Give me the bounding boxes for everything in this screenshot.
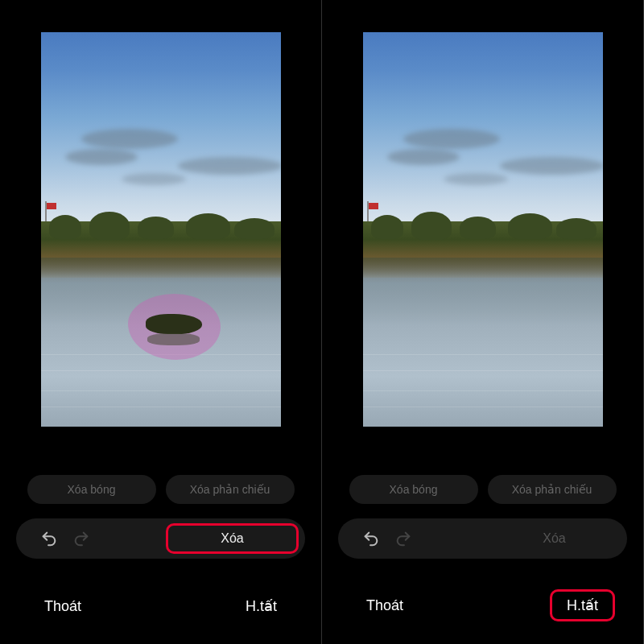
erase-shadow-button[interactable]: Xóa bóng <box>27 475 156 504</box>
erase-reflection-button[interactable]: Xóa phản chiếu <box>488 475 617 504</box>
controls-area: Xóa bóng Xóa phản chiếu Xóa <box>0 475 321 559</box>
photo-sky <box>41 32 281 221</box>
photo-treeline <box>363 221 603 258</box>
done-button[interactable]: H.tất <box>550 589 615 621</box>
erase-shadow-button[interactable]: Xóa bóng <box>349 475 478 504</box>
erase-button[interactable]: Xóa <box>166 523 299 554</box>
photo-sky <box>363 32 603 221</box>
action-bar: Xóa <box>16 518 305 559</box>
photo-canvas[interactable] <box>41 32 281 427</box>
undo-icon[interactable] <box>362 530 380 547</box>
editor-screen-after: Xóa bóng Xóa phản chiếu Xóa Thoát H.tất <box>322 0 644 644</box>
bottom-bar: Thoát H.tất <box>322 589 643 621</box>
redo-icon[interactable] <box>394 530 412 547</box>
photo-water <box>363 258 603 427</box>
editor-screen-before: Xóa bóng Xóa phản chiếu Xóa Thoát H.tất <box>0 0 322 644</box>
bottom-bar: Thoát H.tất <box>0 591 321 621</box>
photo-canvas[interactable] <box>363 32 603 427</box>
erase-reflection-button[interactable]: Xóa phản chiếu <box>166 475 295 504</box>
done-button[interactable]: H.tất <box>229 591 293 621</box>
redo-icon[interactable] <box>72 530 90 547</box>
erase-button[interactable]: Xóa <box>488 523 621 554</box>
controls-area: Xóa bóng Xóa phản chiếu Xóa <box>322 475 643 559</box>
undo-icon[interactable] <box>40 530 58 547</box>
object-island-selected[interactable] <box>138 306 210 346</box>
action-bar: Xóa <box>338 518 627 559</box>
exit-button[interactable]: Thoát <box>28 591 97 621</box>
photo-treeline <box>41 221 281 258</box>
exit-button[interactable]: Thoát <box>350 589 419 621</box>
